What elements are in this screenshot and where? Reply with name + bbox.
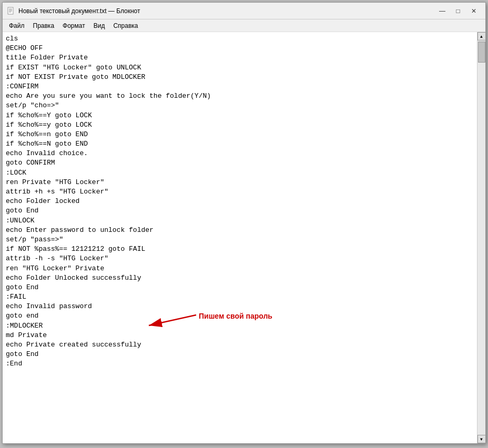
maximize-button[interactable]: □: [451, 5, 465, 17]
vertical-scrollbar[interactable]: ▲ ▼: [477, 32, 485, 443]
minimize-button[interactable]: —: [435, 5, 450, 17]
window-title: Новый текстовый документ.txt — Блокнот: [18, 7, 140, 15]
menu-format[interactable]: Формат: [58, 20, 89, 32]
scroll-thumb[interactable]: [478, 42, 485, 63]
title-bar-left: Новый текстовый документ.txt — Блокнот: [7, 7, 140, 15]
menu-view[interactable]: Вид: [89, 20, 109, 32]
editor-area: cls @ECHO OFF title Folder Private if EX…: [3, 32, 485, 443]
close-button[interactable]: ✕: [466, 5, 481, 17]
text-editor[interactable]: cls @ECHO OFF title Folder Private if EX…: [3, 32, 477, 443]
menu-bar: Файл Правка Формат Вид Справка: [3, 19, 485, 32]
app-icon: [7, 7, 15, 15]
scroll-down-button[interactable]: ▼: [477, 435, 486, 443]
window-controls: — □ ✕: [435, 5, 481, 17]
menu-edit[interactable]: Правка: [29, 20, 59, 32]
scroll-track[interactable]: [477, 40, 485, 435]
menu-help[interactable]: Справка: [109, 20, 142, 32]
menu-file[interactable]: Файл: [5, 20, 29, 32]
main-window: Новый текстовый документ.txt — Блокнот —…: [2, 2, 486, 444]
scroll-up-button[interactable]: ▲: [477, 32, 486, 40]
title-bar: Новый текстовый документ.txt — Блокнот —…: [3, 3, 485, 19]
